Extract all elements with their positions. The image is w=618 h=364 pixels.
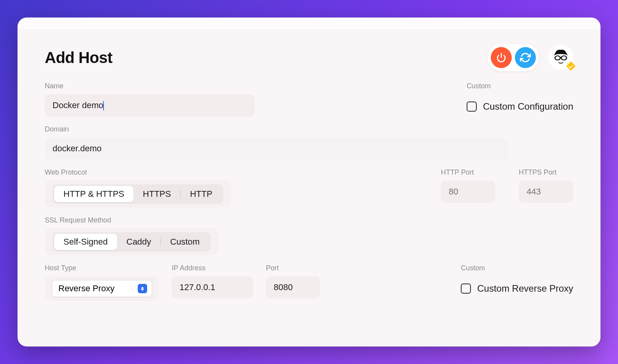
segment-http[interactable]: HTTP [181, 186, 221, 202]
host-type-group: Host Type Reverse Proxy [45, 264, 159, 301]
custom-reverse-proxy-checkbox-row[interactable]: Custom Reverse Proxy [461, 283, 573, 294]
web-protocol-label: Web Protocol [45, 168, 231, 177]
https-port-group: HTTPS Port [519, 168, 573, 203]
power-button[interactable] [491, 47, 512, 68]
custom-config-label: Custom Configuration [483, 101, 573, 112]
custom-reverse-proxy-label: Custom Reverse Proxy [477, 283, 573, 294]
name-field[interactable]: Docker demo [45, 94, 255, 117]
ssl-method-label: SSL Request Method [45, 216, 218, 224]
name-label: Name [45, 82, 255, 90]
add-host-window: Add Host Name Docker demo [18, 18, 600, 346]
control-pill [488, 44, 539, 71]
page-title: Add Host [45, 49, 112, 66]
segment-caddy[interactable]: Caddy [117, 234, 161, 250]
segment-custom-ssl[interactable]: Custom [161, 234, 209, 250]
ip-address-label: IP Address [172, 264, 253, 272]
web-protocol-group: Web Protocol HTTP & HTTPS HTTPS HTTP [45, 168, 231, 208]
domain-label: Domain [45, 125, 508, 133]
domain-field[interactable]: docker.demo [45, 137, 508, 160]
port-label: Port [266, 264, 320, 272]
ip-address-field[interactable]: 127.0.0.1 [172, 276, 253, 299]
segment-self-signed[interactable]: Self-Signed [54, 234, 117, 250]
header: Add Host [45, 44, 573, 71]
custom-reverse-proxy-group: Custom Custom Reverse Proxy [461, 264, 573, 294]
svg-rect-6 [560, 57, 562, 58]
custom-reverse-proxy-section-label: Custom [461, 264, 573, 272]
ssl-method-group: SSL Request Method Self-Signed Caddy Cus… [45, 216, 218, 256]
refresh-button[interactable] [515, 47, 536, 68]
host-type-select[interactable]: Reverse Proxy [52, 280, 152, 297]
custom-config-checkbox[interactable] [467, 102, 477, 112]
name-group: Name Docker demo [45, 82, 255, 117]
ip-address-group: IP Address 127.0.0.1 [172, 264, 253, 299]
domain-group: Domain docker.demo [45, 125, 508, 160]
http-port-field[interactable] [441, 180, 495, 203]
http-port-label: HTTP Port [441, 168, 495, 177]
web-protocol-segmented: HTTP & HTTPS HTTPS HTTP [53, 184, 223, 204]
port-group: Port 8080 [266, 264, 320, 299]
power-icon [496, 52, 506, 63]
segment-https[interactable]: HTTPS [133, 186, 180, 202]
http-port-group: HTTP Port [441, 168, 495, 203]
https-port-label: HTTPS Port [519, 168, 573, 177]
avatar[interactable] [548, 45, 573, 70]
host-type-label: Host Type [45, 264, 159, 272]
refresh-icon [520, 52, 531, 63]
svg-point-5 [562, 56, 566, 60]
custom-config-section-label: Custom [467, 82, 573, 90]
segment-http-and-https[interactable]: HTTP & HTTPS [54, 186, 133, 202]
custom-reverse-proxy-checkbox[interactable] [461, 284, 471, 294]
header-controls [488, 44, 573, 71]
port-field[interactable]: 8080 [266, 276, 320, 299]
host-type-value: Reverse Proxy [58, 284, 114, 294]
svg-point-4 [555, 56, 560, 60]
https-port-field[interactable] [519, 180, 573, 203]
custom-config-checkbox-row[interactable]: Custom Configuration [467, 101, 573, 112]
chevron-up-down-icon [138, 284, 147, 293]
ssl-method-segmented: Self-Signed Caddy Custom [53, 232, 211, 252]
custom-config-group: Custom Custom Configuration [467, 82, 573, 112]
